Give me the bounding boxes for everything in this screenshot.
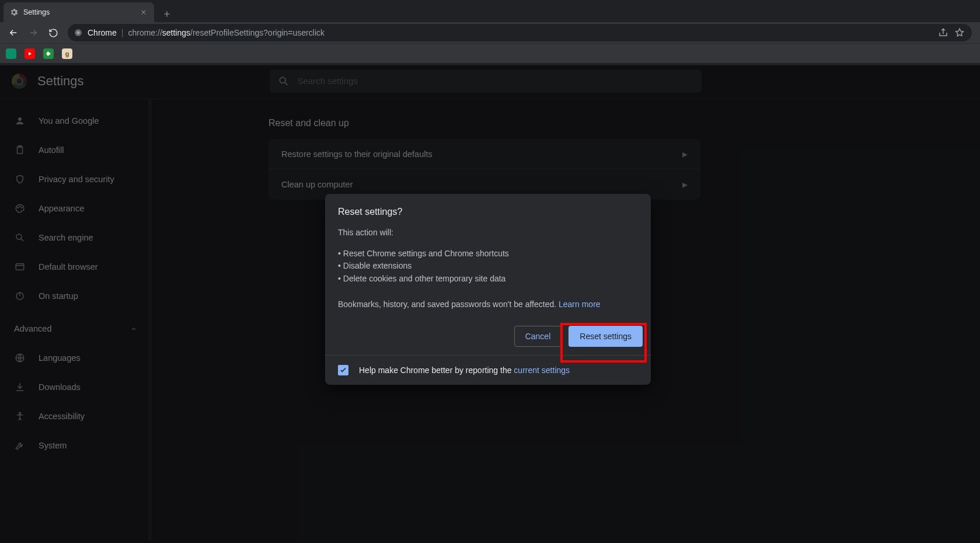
dialog-title: Reset settings? [338, 207, 638, 217]
tab-title: Settings [23, 8, 50, 16]
browser-tab-settings[interactable]: Settings [4, 2, 154, 22]
dialog-bullet: Disable extensions [338, 260, 638, 273]
dialog-intro: This action will: [338, 227, 638, 239]
report-settings-checkbox[interactable] [338, 365, 348, 375]
gear-icon [9, 8, 19, 17]
bookmark-item-3[interactable] [43, 48, 54, 59]
bookmark-star-icon[interactable] [953, 26, 966, 39]
url-chip: Chrome [88, 28, 117, 37]
reset-settings-button[interactable]: Reset settings [569, 326, 643, 347]
browser-toolbar: Chrome | chrome://settings/resetProfileS… [0, 22, 980, 43]
current-settings-link[interactable]: current settings [514, 366, 570, 375]
bookmark-item-1[interactable] [6, 48, 16, 59]
chrome-page-icon [74, 28, 83, 37]
forward-button[interactable] [25, 24, 42, 41]
dialog-bullet: Delete cookies and other temporary site … [338, 273, 638, 286]
tab-strip: Settings [0, 0, 980, 22]
back-button[interactable] [5, 24, 22, 41]
url-text: chrome://settings/resetProfileSettings?o… [128, 28, 325, 37]
reset-settings-dialog: Reset settings? This action will: Reset … [325, 194, 651, 385]
dialog-bullet: Reset Chrome settings and Chrome shortcu… [338, 248, 638, 260]
cancel-button[interactable]: Cancel [514, 326, 562, 347]
reload-button[interactable] [44, 24, 62, 41]
bookmark-item-4[interactable]: g [62, 48, 72, 59]
svg-point-1 [76, 31, 79, 34]
dialog-outro: Bookmarks, history, and saved passwords … [338, 300, 559, 309]
footer-text: Help make Chrome better by reporting the… [359, 366, 570, 375]
learn-more-link[interactable]: Learn more [559, 300, 601, 309]
url-divider: | [121, 28, 124, 37]
share-icon[interactable] [937, 26, 950, 39]
close-tab-icon[interactable] [139, 8, 148, 17]
address-bar[interactable]: Chrome | chrome://settings/resetProfileS… [68, 24, 972, 41]
new-tab-button[interactable] [159, 6, 175, 22]
bookmarks-bar: g [0, 43, 980, 63]
bookmark-item-youtube[interactable] [25, 48, 35, 59]
